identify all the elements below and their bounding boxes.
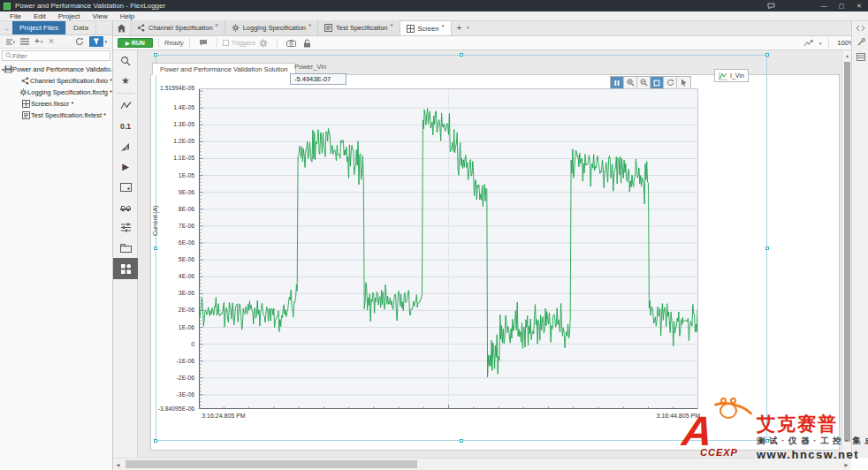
home-tab-button[interactable] [113, 20, 131, 35]
palette-numeric-tool[interactable]: 0.1 [113, 116, 138, 136]
tree-item-label: Logging Specification.flxcfg * [27, 88, 112, 96]
unsaved-indicator: * [441, 23, 444, 31]
new-tab-caret-icon[interactable]: ▾ [467, 20, 469, 35]
menu-project[interactable]: Project [52, 11, 87, 21]
collapse-pane-icon[interactable] [852, 21, 868, 35]
sidebar-tab-project-files[interactable]: Project Files [12, 21, 66, 34]
play-icon: ▶ [126, 40, 130, 46]
run-toolbar: ▶RUN Ready Triggers ▾ 100% ▾ [113, 36, 868, 50]
screen-icon [407, 25, 415, 33]
document-tab-strip: Channel Specification*Logging Specificat… [113, 21, 868, 36]
y-tick-label: 8E-06 [143, 206, 194, 212]
y-tick-label: 2E-06 [143, 307, 194, 313]
y-tick-label: 4E-06 [143, 273, 194, 279]
panel-list-icon[interactable] [852, 49, 868, 64]
signal-edit-caret-icon[interactable]: ▾ [819, 41, 822, 46]
y-tick-label: 1.4E-05 [143, 104, 194, 110]
y-tick-label: 1.2E-05 [143, 138, 194, 144]
new-tab-button[interactable]: + [452, 20, 468, 35]
scroll-right-icon[interactable]: ▶ [841, 459, 851, 469]
title-bar: Power and Performance Validation - FlexL… [0, 0, 868, 11]
tree-item-label: Channel Specification.flxio * [30, 77, 112, 85]
y-tick-label: 1.3E-05 [143, 121, 194, 127]
sidebar-back-arrow-icon[interactable]: → [0, 21, 12, 35]
tree-item-test-specification-flxtest[interactable]: Test Specification.flxtest * [0, 110, 112, 121]
chart-reset-button[interactable] [664, 77, 677, 88]
indicator-value[interactable]: -5.4943E-07 [290, 73, 346, 85]
chart-pan-button[interactable] [651, 77, 664, 88]
right-tool-strip [851, 21, 868, 458]
signal-edit-icon[interactable] [800, 39, 818, 48]
tree-item-power-and-performance-validatio[interactable]: ▾Power and Performance Validatio... [0, 64, 112, 75]
screenshot-camera-icon[interactable] [283, 40, 300, 47]
import-icon[interactable] [3, 36, 18, 48]
chart-zoom-in-button[interactable] [624, 77, 637, 88]
minimize-button[interactable]: — [815, 0, 833, 11]
palette-search-tool[interactable] [113, 50, 138, 71]
y-tick-label: -3.84095E-06 [143, 406, 194, 412]
doc-tab-label: Logging Specification [243, 24, 306, 32]
palette-formula-tool[interactable]: F [113, 136, 138, 156]
palette-vehicle-tool[interactable] [113, 197, 138, 217]
menu-help[interactable]: Help [114, 11, 141, 21]
trigger-settings-gear-icon[interactable] [255, 39, 271, 48]
menu-view[interactable]: View [87, 11, 114, 21]
vertical-scroll-thumb[interactable] [844, 62, 850, 442]
flexlogger-window: Power and Performance Validation - FlexL… [0, 0, 868, 470]
scroll-left-icon[interactable]: ◀ [113, 459, 123, 469]
palette-image-tool[interactable] [113, 177, 138, 197]
palette-tabcontrol-tool[interactable] [113, 238, 138, 258]
lock-icon[interactable] [300, 39, 315, 48]
screen-doc-tab[interactable]: Power and Performance Validation Solutio… [152, 63, 296, 75]
status-label: Ready [164, 39, 184, 47]
tree-item-label: Screen.flxscr * [31, 100, 73, 108]
chart-legend[interactable]: I_Vin [714, 69, 749, 82]
triggers-checkbox[interactable] [223, 40, 229, 46]
palette-graph-tool[interactable] [113, 95, 138, 116]
doc-tab-test-specification[interactable]: Test Specification* [318, 20, 400, 35]
sidebar-tab-data[interactable]: Data [66, 21, 96, 34]
tree-item-screen-flxscr[interactable]: Screen.flxscr * [0, 98, 112, 110]
tree-item-label: Power and Performance Validatio... [12, 65, 116, 73]
channel-spec-icon [137, 24, 145, 32]
tree-item-logging-specification-flxcfg[interactable]: Logging Specification.flxcfg * [0, 87, 112, 98]
x-axis-end-label: 3:16:44.805 PM [629, 413, 700, 419]
doc-tab-logging-specification[interactable]: Logging Specification* [225, 20, 318, 35]
close-button[interactable]: ✕ [850, 0, 868, 11]
legend-series-label: I_Vin [730, 72, 744, 79]
add-icon[interactable]: +▾ [32, 36, 45, 48]
y-tick-label: -3E-06 [143, 391, 194, 398]
palette-play-tool[interactable]: ▶ [113, 156, 138, 177]
y-tick-label: 7E-06 [143, 223, 194, 229]
palette-slider-tool[interactable] [113, 217, 138, 238]
chart-zoom-out-button[interactable] [637, 77, 651, 88]
chart-pointer-button[interactable] [677, 77, 690, 88]
filter-input[interactable] [12, 52, 101, 60]
configure-wrench-icon[interactable] [852, 35, 868, 49]
menu-file[interactable]: File [4, 11, 27, 21]
menu-edit[interactable]: Edit [27, 11, 52, 21]
maximize-button[interactable]: ▢ [833, 0, 850, 11]
filter-button[interactable]: ▾ [87, 36, 110, 48]
palette-container-tool[interactable] [113, 258, 138, 279]
tree-item-channel-specification-flxio[interactable]: Channel Specification.flxio * [0, 75, 112, 87]
doc-tab-screen[interactable]: Screen* [400, 20, 452, 35]
palette-favorites-tool[interactable]: ★ [113, 71, 138, 91]
screen-canvas: Power and Performance Validation Solutio… [138, 50, 841, 458]
list-view-icon[interactable] [18, 36, 32, 48]
y-tick-label: 0 [143, 341, 194, 347]
waveform-plot[interactable] [199, 88, 698, 409]
doc-tab-channel-specification[interactable]: Channel Specification* [131, 20, 225, 35]
notes-icon[interactable] [195, 39, 211, 47]
horizontal-scroll-thumb[interactable] [126, 460, 417, 468]
chart-pause-button[interactable] [611, 77, 624, 88]
project-sidebar: → Project FilesData +▾✕▾ ▾Power and Perf… [0, 21, 113, 470]
unsaved-indicator: * [390, 22, 392, 30]
search-icon [5, 52, 12, 59]
refresh-icon[interactable] [72, 36, 87, 48]
delete-icon[interactable]: ✕ [45, 36, 57, 48]
home-icon [117, 24, 126, 33]
feedback-icon[interactable] [762, 0, 780, 11]
run-button[interactable]: ▶RUN [118, 38, 153, 48]
y-tick-label: -1E-06 [143, 358, 194, 364]
